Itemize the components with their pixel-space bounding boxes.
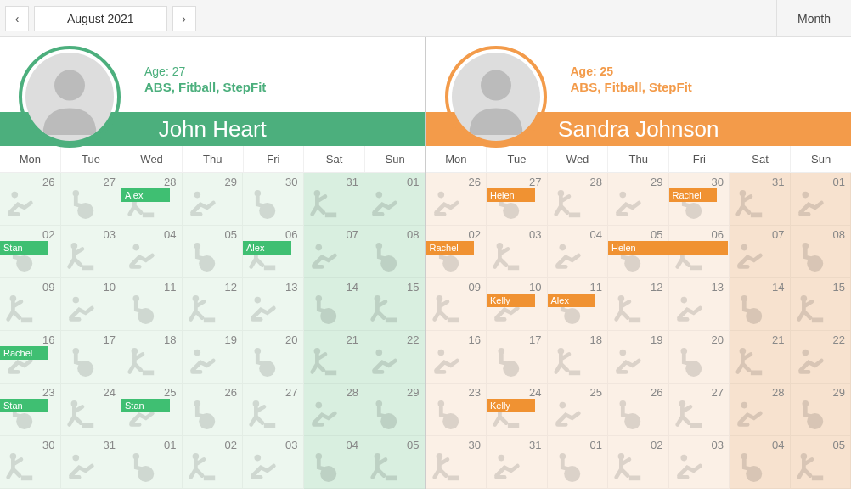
day-cell[interactable]: 19 <box>183 331 244 384</box>
day-cell[interactable]: 05 <box>364 436 426 489</box>
day-cell[interactable]: 28Alex <box>121 173 183 226</box>
day-cell[interactable]: 18 <box>121 331 183 384</box>
day-cell[interactable]: 31 <box>487 436 548 489</box>
day-cell[interactable]: 02Rachel <box>426 226 487 278</box>
day-cell[interactable]: 27 <box>243 384 304 436</box>
day-cell[interactable]: 27Helen <box>487 173 548 226</box>
day-cell[interactable]: 20 <box>669 331 730 384</box>
next-month-button[interactable]: › <box>172 6 196 31</box>
day-cell[interactable]: 03 <box>61 226 122 278</box>
day-cell[interactable]: 02Stan <box>0 226 61 278</box>
day-cell[interactable]: 29 <box>183 173 244 226</box>
day-cell[interactable]: 17 <box>61 331 122 384</box>
day-cell[interactable]: 31 <box>730 173 791 226</box>
day-cell[interactable]: 19 <box>608 331 669 384</box>
appointment[interactable]: Stan <box>121 399 170 412</box>
day-cell[interactable]: 04 <box>304 436 365 489</box>
day-cell[interactable]: 01 <box>548 436 609 489</box>
day-cell[interactable]: 15 <box>791 278 852 331</box>
day-cell[interactable]: 05 <box>183 226 244 278</box>
day-cell[interactable]: 24Kelly <box>487 384 548 436</box>
day-cell[interactable]: 23 <box>426 384 487 436</box>
day-cell[interactable]: 11Alex <box>548 278 609 331</box>
day-cell[interactable]: 05Helen <box>608 226 669 278</box>
appointment[interactable]: Rachel <box>0 346 48 360</box>
day-cell[interactable]: 08 <box>364 226 426 278</box>
day-cell[interactable]: 02 <box>183 436 244 489</box>
day-cell[interactable]: 30 <box>0 436 61 489</box>
day-cell[interactable]: 17 <box>487 331 548 384</box>
day-cell[interactable]: 27 <box>61 173 122 226</box>
day-cell[interactable]: 25 <box>548 384 609 436</box>
day-cell[interactable]: 22 <box>791 331 852 384</box>
day-cell[interactable]: 12 <box>608 278 669 331</box>
day-cell[interactable]: 01 <box>364 173 426 226</box>
day-cell[interactable]: 25Stan <box>121 384 183 436</box>
view-selector[interactable]: Month <box>776 0 841 37</box>
day-cell[interactable]: 16Rachel <box>0 331 61 384</box>
prev-month-button[interactable]: ‹ <box>5 6 29 31</box>
day-cell[interactable]: 26 <box>608 384 669 436</box>
day-cell[interactable]: 01 <box>791 173 852 226</box>
day-cell[interactable]: 15 <box>364 278 426 331</box>
day-cell[interactable]: 04 <box>548 226 609 278</box>
day-cell[interactable]: 03 <box>243 436 304 489</box>
appointment[interactable]: Rachel <box>426 241 475 255</box>
day-cell[interactable]: 03 <box>487 226 548 278</box>
day-cell[interactable]: 09 <box>0 278 61 331</box>
day-cell[interactable]: 28 <box>548 173 609 226</box>
day-cell[interactable]: 21 <box>730 331 791 384</box>
day-cell[interactable]: 02 <box>608 436 669 489</box>
day-cell[interactable]: 26 <box>183 384 244 436</box>
day-cell[interactable]: 29 <box>608 173 669 226</box>
day-cell[interactable]: 21 <box>304 331 365 384</box>
day-cell[interactable]: 07 <box>730 226 791 278</box>
day-cell[interactable]: 14 <box>730 278 791 331</box>
day-cell[interactable]: 05 <box>791 436 852 489</box>
day-cell[interactable]: 16 <box>426 331 487 384</box>
appointment[interactable]: Alex <box>548 294 596 307</box>
day-cell[interactable]: 04 <box>730 436 791 489</box>
day-cell[interactable]: 24 <box>61 384 122 436</box>
day-cell[interactable]: 30Rachel <box>669 173 730 226</box>
day-cell[interactable]: 11 <box>121 278 183 331</box>
appointment[interactable]: Helen <box>608 241 728 255</box>
day-cell[interactable]: 26 <box>426 173 487 226</box>
day-cell[interactable]: 13 <box>669 278 730 331</box>
day-cell[interactable]: 23Stan <box>0 384 61 436</box>
day-cell[interactable]: 28 <box>730 384 791 436</box>
day-cell[interactable]: 29 <box>364 384 426 436</box>
appointment[interactable]: Helen <box>487 188 535 202</box>
appointment[interactable]: Stan <box>0 241 48 255</box>
day-cell[interactable]: 27 <box>669 384 730 436</box>
appointment[interactable]: Kelly <box>487 294 535 307</box>
day-cell[interactable]: 04 <box>121 226 183 278</box>
day-cell[interactable]: 30 <box>426 436 487 489</box>
appointment[interactable]: Kelly <box>487 399 535 412</box>
day-cell[interactable]: 08 <box>791 226 852 278</box>
day-cell[interactable]: 29 <box>791 384 852 436</box>
day-cell[interactable]: 13 <box>243 278 304 331</box>
day-cell[interactable]: 10Kelly <box>487 278 548 331</box>
day-cell[interactable]: 28 <box>304 384 365 436</box>
day-cell[interactable]: 10 <box>61 278 122 331</box>
day-cell[interactable]: 26 <box>0 173 61 226</box>
day-cell[interactable]: 14 <box>304 278 365 331</box>
appointment[interactable]: Rachel <box>669 188 718 202</box>
day-cell[interactable]: 22 <box>364 331 426 384</box>
day-cell[interactable]: 20 <box>243 331 304 384</box>
current-month-label[interactable]: August 2021 <box>34 6 167 31</box>
day-cell[interactable]: 07 <box>304 226 365 278</box>
day-cell[interactable]: 18 <box>548 331 609 384</box>
day-cell[interactable]: 01 <box>121 436 183 489</box>
appointment[interactable]: Alex <box>243 241 291 255</box>
day-cell[interactable]: 12 <box>183 278 244 331</box>
day-cell[interactable]: 06Alex <box>243 226 304 278</box>
appointment[interactable]: Stan <box>0 399 48 412</box>
appointment[interactable]: Alex <box>121 188 170 202</box>
day-cell[interactable]: 31 <box>304 173 365 226</box>
day-cell[interactable]: 31 <box>61 436 122 489</box>
day-cell[interactable]: 03 <box>669 436 730 489</box>
day-cell[interactable]: 09 <box>426 278 487 331</box>
day-cell[interactable]: 30 <box>243 173 304 226</box>
